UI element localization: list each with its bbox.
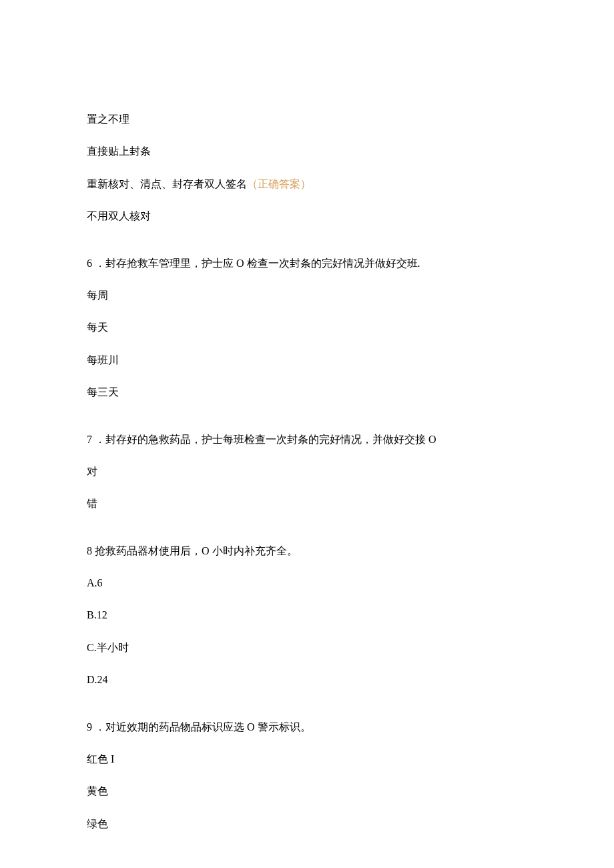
q8-option-3: C.半小时 — [87, 640, 527, 655]
q6-option-2: 每天 — [87, 320, 527, 335]
q8-stem: 8 抢救药品器材使用后，O 小时内补充齐全。 — [87, 544, 527, 558]
correct-answer-label: （正确答案） — [247, 178, 311, 189]
q6-option-3: 每班川 — [87, 353, 527, 368]
q5-option-3-text: 重新核对、清点、封存者双人签名 — [87, 178, 247, 189]
q9-option-1: 红色 I — [87, 752, 527, 767]
q8-option-4: D.24 — [87, 673, 527, 687]
document-page: 置之不理 直接贴上封条 重新核对、清点、封存者双人签名（正确答案） 不用双人核对… — [0, 0, 614, 868]
q5-option-4: 不用双人核对 — [87, 209, 527, 224]
q7-option-2: 错 — [87, 496, 527, 511]
q6-option-4: 每三天 — [87, 385, 527, 400]
q6-option-1: 每周 — [87, 288, 527, 303]
q5-option-2: 直接贴上封条 — [87, 144, 527, 159]
q9-option-2: 黄色 — [87, 784, 527, 799]
q8-option-1: A.6 — [87, 576, 527, 590]
q8-option-2: B.12 — [87, 608, 527, 622]
q9-stem: 9 ．对近效期的药品物品标识应选 O 警示标识。 — [87, 720, 527, 735]
q9-option-3: 绿色 — [87, 817, 527, 831]
q5-option-3: 重新核对、清点、封存者双人签名（正确答案） — [87, 177, 527, 191]
q7-stem: 7 ．封存好的急救药品，护士每班检查一次封条的完好情况，并做好交接 O — [87, 432, 527, 447]
q6-stem: 6 ．封存抢救车管理里，护士应 O 检查一次封条的完好情况并做好交班. — [87, 256, 527, 271]
q7-option-1: 对 — [87, 464, 527, 479]
q5-option-1: 置之不理 — [87, 112, 527, 127]
